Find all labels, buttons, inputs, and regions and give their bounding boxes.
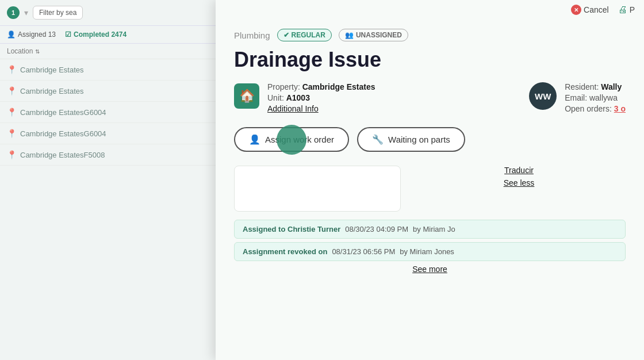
print-button[interactable]: 🖨 P: [618, 5, 635, 15]
resident-name-line: Resident: Wally: [565, 82, 626, 91]
activity-item-2: Assignment revoked on 08/31/23 06:56 PM …: [234, 242, 626, 261]
background-list-panel: 1 ▾ Filter by sea 👤 Assigned 13 ☑ Comple…: [0, 0, 216, 360]
pin-icon: 📍: [7, 65, 17, 74]
unit-line: Unit: A1003: [267, 93, 375, 102]
list-item[interactable]: 📍 Cambridge EstatesG6004: [0, 102, 216, 123]
category-row: Plumbing ✔ REGULAR 👥 UNASSIGNED: [234, 29, 626, 41]
avatar: WW: [529, 82, 557, 110]
assign-btn-wrapper: 👤 Assign work order: [234, 127, 349, 152]
bg-dropdown-icon: ▾: [24, 8, 28, 17]
description-right: Traducir See less: [412, 166, 626, 212]
bg-filter-btn[interactable]: Filter by sea: [33, 6, 83, 20]
list-item[interactable]: 📍 Cambridge EstatesG6004: [0, 123, 216, 144]
activity-label-2: Assignment revoked on: [243, 247, 327, 256]
description-content-area: [234, 166, 401, 212]
activity-date-1: 08/30/23 04:09 PM: [345, 225, 408, 233]
category-label: Plumbing: [234, 30, 270, 40]
work-order-title: Drainage Issue: [234, 47, 626, 72]
waiting-on-parts-button[interactable]: 🔧 Waiting on parts: [357, 127, 465, 152]
action-row: 👤 Assign work order 🔧 Waiting on parts: [234, 127, 626, 152]
resident-block: WW Resident: Wally Email: wallywa Open o…: [529, 82, 626, 113]
activity-by-2: by Miriam Jones: [400, 247, 454, 256]
open-orders-line: Open orders: 3 o: [565, 104, 626, 113]
traducir-link[interactable]: Traducir: [412, 166, 626, 175]
pin-icon: 📍: [7, 108, 17, 117]
description-section: Traducir See less: [234, 166, 626, 212]
assign-person-icon: 👤: [249, 134, 260, 145]
cancel-button[interactable]: ✕ Cancel: [571, 5, 609, 15]
cancel-x-icon: ✕: [571, 5, 581, 15]
activity-date-2: 08/31/23 06:56 PM: [332, 247, 395, 256]
bg-col-location: Location ⇅: [0, 44, 216, 59]
property-details: Property: Cambridge Estates Unit: A1003 …: [267, 82, 375, 113]
work-order-panel: ✕ Cancel 🖨 P Plumbing ✔ REGULAR 👥 UNASSI…: [216, 0, 644, 360]
sort-icon: ⇅: [35, 48, 40, 55]
activity-label-1: Assigned to Christie Turner: [243, 225, 340, 233]
property-block: 🏠 Property: Cambridge Estates Unit: A100…: [234, 82, 375, 113]
see-more-link[interactable]: See more: [234, 265, 626, 274]
list-item[interactable]: 📍 Cambridge Estates: [0, 59, 216, 81]
list-item[interactable]: 📍 Cambridge EstatesF5008: [0, 144, 216, 166]
list-item[interactable]: 📍 Cambridge Estates: [0, 81, 216, 102]
assign-work-order-button[interactable]: 👤 Assign work order: [234, 127, 349, 152]
badge-unassigned: 👥 UNASSIGNED: [339, 29, 408, 41]
title-row: Drainage Issue: [234, 47, 626, 72]
check-circle-icon: ✔: [283, 31, 289, 39]
tool-icon: 🔧: [372, 134, 384, 145]
activity-item-1: Assigned to Christie Turner 08/30/23 04:…: [234, 220, 626, 239]
bg-stat-assigned: 👤 Assigned 13: [7, 30, 56, 39]
modal-body: Plumbing ✔ REGULAR 👥 UNASSIGNED Drainage…: [216, 20, 644, 285]
resident-details: Resident: Wally Email: wallywa Open orde…: [565, 82, 626, 113]
assigned-icon: 👤: [7, 30, 16, 39]
person-icon: 👥: [345, 31, 354, 39]
email-line: Email: wallywa: [565, 93, 626, 102]
see-less-link[interactable]: See less: [412, 178, 626, 187]
activity-section: Assigned to Christie Turner 08/30/23 04:…: [234, 220, 626, 274]
additional-info-link[interactable]: Additional Info: [267, 104, 375, 113]
bg-badge: 1: [7, 6, 20, 19]
open-orders-link[interactable]: 3 o: [614, 104, 626, 113]
property-line: Property: Cambridge Estates: [267, 82, 375, 91]
pin-icon: 📍: [7, 150, 17, 159]
pin-icon: 📍: [7, 129, 17, 138]
badge-regular: ✔ REGULAR: [277, 29, 332, 41]
pin-icon: 📍: [7, 86, 17, 95]
print-icon: 🖨: [618, 5, 627, 15]
overlay-topbar: ✕ Cancel 🖨 P: [216, 0, 644, 20]
bg-stats: 👤 Assigned 13 ☑ Completed 2474: [0, 26, 216, 44]
house-icon: 🏠: [234, 83, 259, 109]
info-row: 🏠 Property: Cambridge Estates Unit: A100…: [234, 82, 626, 113]
bg-stat-completed: ☑ Completed 2474: [65, 30, 126, 39]
completed-check-icon: ☑: [65, 30, 71, 39]
bg-top-bar: 1 ▾ Filter by sea: [0, 0, 216, 26]
activity-by-1: by Miriam Jo: [413, 225, 455, 233]
